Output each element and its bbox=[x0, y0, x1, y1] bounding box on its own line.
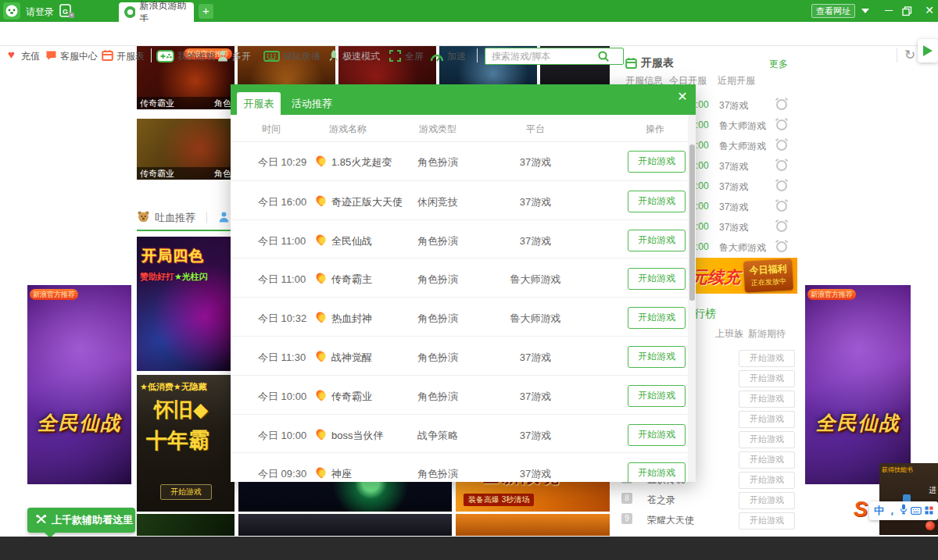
soft-keyboard-icon[interactable] bbox=[911, 504, 922, 518]
mini-game-thumbnail[interactable]: 获得技能书 进 bbox=[879, 463, 938, 535]
new-tab-button[interactable]: + bbox=[199, 4, 213, 19]
alarm-clock-icon[interactable] bbox=[776, 180, 787, 191]
start-game-button[interactable]: 开始游戏 bbox=[628, 385, 686, 407]
start-game-button[interactable]: 开始游戏 bbox=[739, 411, 795, 428]
ime-toolbar: 中 ， bbox=[869, 501, 938, 520]
sogou-logo-icon[interactable]: S bbox=[854, 498, 868, 522]
side-panel-handle[interactable] bbox=[918, 39, 938, 62]
my-games-button[interactable]: 我的游戏 bbox=[177, 50, 215, 63]
start-game-button[interactable]: 开始游戏 bbox=[628, 462, 686, 482]
server-table-button[interactable]: 开服表 bbox=[116, 50, 145, 63]
view-url-button[interactable]: 查看网址 bbox=[811, 4, 855, 18]
rank-tab-worker[interactable]: 上班族 bbox=[715, 327, 743, 341]
more-link[interactable]: 更多 bbox=[769, 58, 788, 71]
start-game-button[interactable]: 开始游戏 bbox=[739, 472, 795, 489]
recharge-icon: ♥ bbox=[8, 48, 15, 61]
row-time: 今日 10:00 bbox=[258, 429, 306, 443]
my-games-icon bbox=[156, 50, 174, 66]
divider bbox=[477, 48, 478, 62]
alarm-clock-icon[interactable] bbox=[776, 160, 787, 171]
alarm-clock-icon[interactable] bbox=[776, 201, 787, 212]
sidebar-tab-upcoming[interactable]: 近期开服 bbox=[718, 74, 755, 87]
start-game-button[interactable]: 开始游戏 bbox=[739, 492, 795, 509]
game-image[interactable] bbox=[137, 514, 234, 536]
row-platform: 37游戏 bbox=[496, 429, 575, 443]
multi-open-icon bbox=[217, 49, 229, 65]
tab-hot-recommend[interactable]: 吐血推荐 bbox=[155, 211, 195, 225]
customer-service-button[interactable]: 客服中心 bbox=[60, 50, 98, 63]
start-game-button[interactable]: 开始游戏 bbox=[739, 451, 795, 469]
speed-mode-button[interactable]: 极速模式 bbox=[342, 50, 380, 63]
game-card[interactable]: 传奇霸业 角色 bbox=[137, 119, 234, 180]
ime-menu-grid-icon[interactable] bbox=[925, 504, 933, 518]
table-row: 今日 11:30战神觉醒角色扮演37游戏开始游戏 bbox=[231, 336, 688, 375]
person-icon[interactable] bbox=[218, 211, 230, 226]
row-platform: 鲁大师游戏 bbox=[496, 312, 575, 326]
start-game-button[interactable]: 开始游戏 bbox=[628, 346, 686, 368]
rank-game-name[interactable]: 荣耀大天使 bbox=[647, 514, 694, 527]
modal-scrollbar[interactable] bbox=[688, 115, 696, 482]
alarm-clock-icon[interactable] bbox=[776, 99, 787, 110]
rank-game-name[interactable]: 苍之录 bbox=[647, 494, 675, 507]
start-game-button[interactable]: 开始游戏 bbox=[739, 431, 795, 448]
game-image[interactable] bbox=[456, 514, 610, 536]
title-bar: 请登录 G × 新浪页游助手 + 查看网址 ─ ✕ bbox=[0, 0, 938, 22]
promo-banner[interactable]: 开局四色 赞助好打★光柱闪 bbox=[137, 237, 234, 371]
ime-punct-toggle[interactable]: ， bbox=[887, 504, 897, 518]
minimize-button[interactable]: ─ bbox=[882, 4, 896, 18]
start-game-button[interactable]: 开始游戏 bbox=[628, 424, 686, 446]
divider bbox=[151, 48, 152, 62]
maximize-button[interactable] bbox=[902, 5, 912, 20]
server-time: :00 bbox=[696, 221, 714, 232]
browser-tab-active[interactable]: 新浪页游助手 bbox=[119, 2, 194, 22]
start-game-button[interactable]: 开始游戏 bbox=[628, 151, 686, 173]
modal-tab-activities[interactable]: 活动推荐 bbox=[292, 92, 332, 115]
multi-open-button[interactable]: 多开 bbox=[232, 50, 251, 63]
modal-tab-server-table[interactable]: 开服表 bbox=[237, 92, 281, 115]
boost-button[interactable]: 加速 bbox=[447, 50, 466, 63]
alarm-clock-icon[interactable] bbox=[776, 241, 787, 252]
search-icon[interactable] bbox=[597, 50, 610, 66]
alarm-clock-icon[interactable] bbox=[776, 221, 787, 232]
app-window: { "titlebar": { "login_label": "请登录", "t… bbox=[0, 0, 938, 560]
login-link[interactable]: 请登录 bbox=[26, 5, 54, 19]
poster-right[interactable]: 新浪官方推荐 全民仙战 bbox=[805, 285, 911, 484]
helper-tooltip[interactable]: 上千款辅助看这里 bbox=[27, 508, 135, 533]
server-time: :00 bbox=[696, 201, 714, 212]
alarm-clock-icon[interactable] bbox=[776, 140, 787, 151]
ime-lang-toggle[interactable]: 中 bbox=[874, 504, 884, 518]
scrollbar-thumb[interactable] bbox=[689, 144, 695, 301]
game-image[interactable] bbox=[238, 514, 452, 536]
start-game-button[interactable]: 开始游戏 bbox=[628, 191, 686, 212]
rank-title: 行榜 bbox=[694, 307, 716, 321]
row-game-name: 全民仙战 bbox=[331, 234, 372, 248]
start-game-button[interactable]: 开始游戏 bbox=[160, 484, 212, 500]
row-platform: 37游戏 bbox=[496, 390, 575, 404]
helper-label: 上千款辅助看这里 bbox=[52, 513, 133, 527]
close-window-button[interactable]: ✕ bbox=[922, 4, 936, 18]
fullscreen-button[interactable]: 全屏 bbox=[405, 50, 424, 63]
microphone-icon[interactable] bbox=[900, 504, 908, 518]
rank-tab-new[interactable]: 新游期待 bbox=[748, 327, 786, 341]
close-icon[interactable]: ✕ bbox=[675, 89, 690, 105]
row-game-name: boss当伙伴 bbox=[331, 429, 383, 443]
recharge-button[interactable]: 充值 bbox=[21, 50, 40, 63]
alarm-clock-icon[interactable] bbox=[776, 119, 787, 130]
start-game-button[interactable]: 开始游戏 bbox=[628, 230, 686, 251]
poster-left[interactable]: 新浪官方推荐 全民仙战 bbox=[27, 285, 131, 484]
start-game-button[interactable]: 开始游戏 bbox=[628, 307, 686, 329]
start-game-button[interactable]: 开始游戏 bbox=[739, 391, 795, 408]
start-game-button[interactable]: 开始游戏 bbox=[628, 268, 686, 290]
start-game-button[interactable]: 开始游戏 bbox=[739, 512, 795, 530]
rank-row: 9荣耀大天使开始游戏 bbox=[616, 510, 797, 530]
app-logo-icon bbox=[3, 2, 20, 20]
refresh-icon[interactable]: ↻ bbox=[904, 47, 915, 63]
menu-dropdown-icon[interactable] bbox=[861, 9, 869, 13]
start-game-button[interactable]: 开始游戏 bbox=[739, 370, 795, 387]
row-time: 今日 10:32 bbox=[258, 312, 306, 326]
keyboard-record-button[interactable]: 键鼠录播 bbox=[283, 50, 320, 63]
calendar-icon bbox=[625, 57, 637, 72]
promo-banner[interactable]: ★低消费★无隐藏 怀旧◆ 十年霸 开始游戏 bbox=[137, 375, 234, 512]
row-game-type: 角色扮演 bbox=[399, 467, 477, 481]
start-game-button[interactable]: 开始游戏 bbox=[739, 350, 795, 367]
